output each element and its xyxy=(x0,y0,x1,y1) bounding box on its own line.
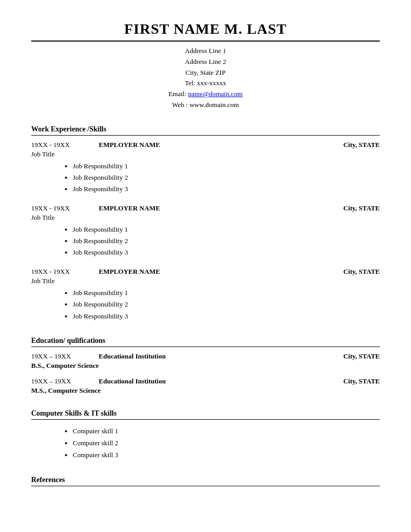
job-location-2: City, STATE xyxy=(307,204,380,212)
job-location-3: City, STATE xyxy=(307,268,380,276)
education-section: Education/ qulifications 19XX – 19XX Edu… xyxy=(31,337,380,395)
edu-degree-2: M.S., Computer Science xyxy=(31,387,380,395)
edu-degree-1: B.S., Computer Science xyxy=(31,362,380,370)
email-link[interactable]: name@domain.com xyxy=(188,90,243,98)
job-responsibilities-2: Job Responsibility 1 Job Responsibility … xyxy=(73,224,380,258)
edu-institution-1: Educational Institution xyxy=(99,352,307,361)
computer-skills-section: Computer Skills & IT skills Computer ski… xyxy=(31,409,380,461)
contact-info: Address Line 1 Address Line 2 City, Stat… xyxy=(31,46,380,111)
list-item: Computer skill 2 xyxy=(73,437,380,449)
job-title-1: Job Title xyxy=(31,150,380,158)
edu-header-1: 19XX – 19XX Educational Institution City… xyxy=(31,352,380,361)
references-title: References xyxy=(31,476,380,486)
list-item: Job Responsibility 2 xyxy=(73,172,380,183)
skills-list: Computer skill 1 Computer skill 2 Comput… xyxy=(73,425,380,461)
job-title-2: Job Title xyxy=(31,214,380,222)
job-location-1: City, STATE xyxy=(307,141,380,149)
job-dates-2: 19XX - 19XX xyxy=(31,204,99,212)
job-responsibilities-3: Job Responsibility 1 Job Responsibility … xyxy=(73,287,380,322)
edu-location-2: City, STATE xyxy=(307,377,380,385)
job-responsibilities-1: Job Responsibility 1 Job Responsibility … xyxy=(73,161,380,195)
email-line: Email: name@domain.com xyxy=(31,89,380,100)
email-label: Email: xyxy=(168,90,188,98)
list-item: Job Responsibility 1 xyxy=(73,224,380,235)
address-line2: Address Line 2 xyxy=(31,57,380,68)
job-employer-3: EMPLOYER NAME xyxy=(99,268,307,276)
job-employer-1: EMPLOYER NAME xyxy=(99,141,307,149)
computer-skills-title: Computer Skills & IT skills xyxy=(31,409,380,420)
job-header-1: 19XX - 19XX EMPLOYER NAME City, STATE xyxy=(31,141,380,149)
list-item: Computer skill 3 xyxy=(73,449,380,461)
list-item: Computer skill 1 xyxy=(73,425,380,437)
list-item: Job Responsibility 1 xyxy=(73,161,380,172)
edu-dates-1: 19XX – 19XX xyxy=(31,352,99,361)
list-item: Job Responsibility 1 xyxy=(73,287,380,299)
city-state-zip: City, State ZIP xyxy=(31,68,380,78)
edu-location-1: City, STATE xyxy=(307,352,380,361)
job-employer-2: EMPLOYER NAME xyxy=(99,204,307,212)
list-item: Job Responsibility 2 xyxy=(73,235,380,247)
edu-institution-2: Educational Institution xyxy=(99,377,307,385)
job-header-2: 19XX - 19XX EMPLOYER NAME City, STATE xyxy=(31,204,380,212)
list-item: Job Responsibility 2 xyxy=(73,299,380,310)
job-entry-2: 19XX - 19XX EMPLOYER NAME City, STATE Jo… xyxy=(31,204,380,258)
address-line1: Address Line 1 xyxy=(31,46,380,57)
work-experience-section: Work Experience /Skills 19XX - 19XX EMPL… xyxy=(31,125,380,322)
edu-dates-2: 19XX – 19XX xyxy=(31,377,99,385)
job-dates-1: 19XX - 19XX xyxy=(31,141,99,149)
tel: Tel: xxx-xxxxx xyxy=(31,78,380,89)
job-title-3: Job Title xyxy=(31,277,380,285)
list-item: Job Responsibility 3 xyxy=(73,247,380,258)
education-title: Education/ qulifications xyxy=(31,337,380,347)
edu-entry-2: 19XX – 19XX Educational Institution City… xyxy=(31,377,380,395)
job-entry-1: 19XX - 19XX EMPLOYER NAME City, STATE Jo… xyxy=(31,141,380,195)
references-section: References xyxy=(31,476,380,486)
list-item: Job Responsibility 3 xyxy=(73,183,380,195)
job-entry-3: 19XX - 19XX EMPLOYER NAME City, STATE Jo… xyxy=(31,268,380,322)
edu-entry-1: 19XX – 19XX Educational Institution City… xyxy=(31,352,380,370)
work-experience-title: Work Experience /Skills xyxy=(31,125,380,136)
edu-header-2: 19XX – 19XX Educational Institution City… xyxy=(31,377,380,385)
job-header-3: 19XX - 19XX EMPLOYER NAME City, STATE xyxy=(31,268,380,276)
full-name: FIRST NAME M. LAST xyxy=(31,21,380,42)
job-dates-3: 19XX - 19XX xyxy=(31,268,99,276)
resume-page: FIRST NAME M. LAST Address Line 1 Addres… xyxy=(0,0,411,532)
web: Web : www.domain.com xyxy=(31,100,380,111)
list-item: Job Responsibility 3 xyxy=(73,311,380,322)
